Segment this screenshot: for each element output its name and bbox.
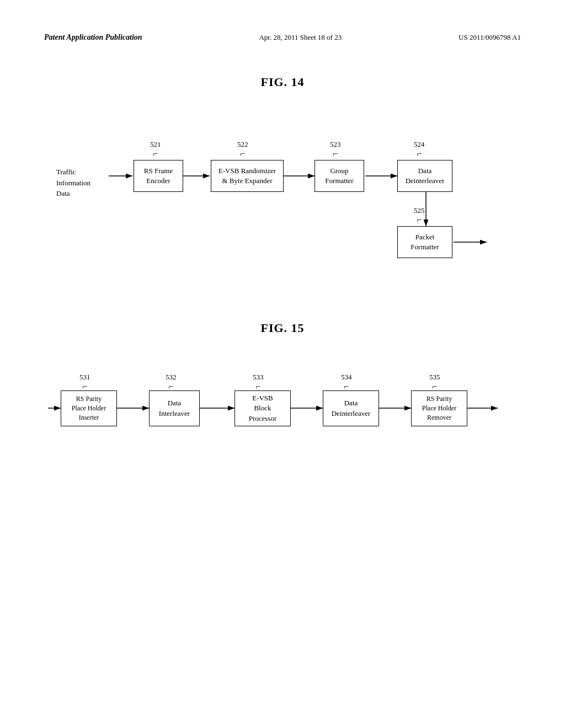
box-522: E-VSB Randomizer& Byte Expander bbox=[211, 160, 284, 192]
ref-535: 535⌐ bbox=[429, 373, 440, 392]
box-523: GroupFormatter bbox=[315, 160, 364, 192]
ref-521: 521⌐ bbox=[150, 140, 161, 159]
page-header: Patent Application Publication Apr. 28, … bbox=[44, 33, 521, 42]
box-533: E-VSBBlockProcessor bbox=[234, 390, 291, 426]
box-531: RS ParityPlace HolderInserter bbox=[61, 390, 117, 426]
box-521: RS FrameEncoder bbox=[134, 160, 183, 192]
fig14-input-label: TrafficInformationData bbox=[56, 167, 90, 199]
box-535: RS ParityPlace HolderRemover bbox=[411, 390, 467, 426]
fig15-diagram: FIG. 15 bbox=[44, 321, 521, 479]
fig14-arrows bbox=[45, 111, 520, 288]
ref-532: 532⌐ bbox=[166, 373, 177, 392]
ref-531: 531⌐ bbox=[79, 373, 90, 392]
ref-533: 533⌐ bbox=[253, 373, 264, 392]
fig14-title: FIG. 14 bbox=[44, 75, 521, 89]
publication-title: Patent Application Publication bbox=[44, 33, 142, 42]
fig15-title: FIG. 15 bbox=[44, 321, 521, 335]
publication-date-sheet: Apr. 28, 2011 Sheet 18 of 23 bbox=[259, 33, 342, 42]
ref-524: 524⌐ bbox=[414, 140, 425, 159]
ref-522: 522⌐ bbox=[237, 140, 248, 159]
fig14-diagram: FIG. 14 bbox=[44, 75, 521, 288]
box-525: PacketFormatter bbox=[397, 226, 452, 258]
box-524: DataDeinterleaver bbox=[397, 160, 452, 192]
ref-534: 534⌐ bbox=[341, 373, 352, 392]
box-532: DataInterleaver bbox=[149, 390, 200, 426]
ref-525: 525⌐ bbox=[414, 206, 425, 225]
page: Patent Application Publication Apr. 28, … bbox=[0, 0, 565, 728]
publication-number: US 2011/0096798 A1 bbox=[459, 33, 521, 42]
ref-523: 523⌐ bbox=[330, 140, 341, 159]
box-534: DataDeinterleaver bbox=[323, 390, 379, 426]
